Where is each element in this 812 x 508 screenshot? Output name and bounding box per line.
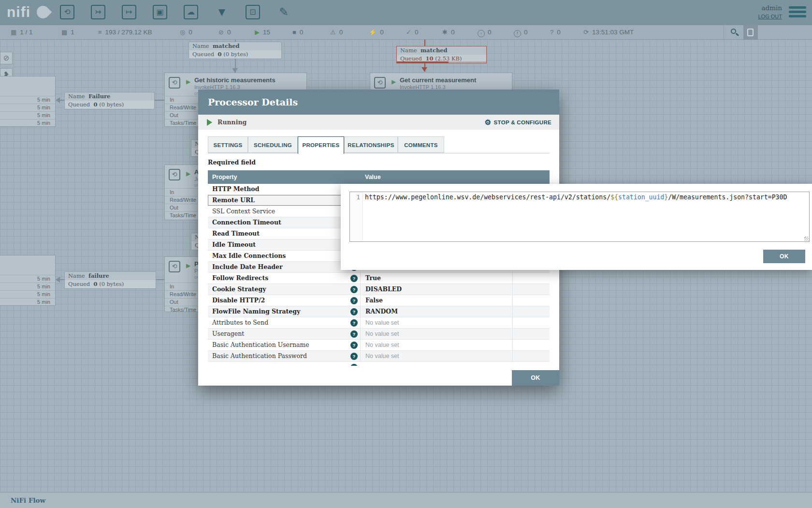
help-icon[interactable]: ? [350,286,358,293]
status-disabled: ⚡0 [369,25,384,40]
connection-name-label: Name [68,272,85,279]
funnel-icon[interactable]: ▼ [215,5,229,19]
property-value[interactable]: No value set [360,329,512,339]
status-value: 0 [557,29,561,36]
help-icon[interactable]: ? [350,297,358,304]
property-name: Follow Redirects [208,273,349,284]
refresh-icon: ⟳ [583,29,589,36]
running-icon: ▶ [186,262,190,269]
help-icon[interactable]: ? [350,342,358,349]
search-icon[interactable] [731,29,736,34]
property-name: Connection Timeout [208,217,349,228]
tab-relationships[interactable]: RELATIONSHIPS [344,136,398,153]
component-toolbar: ⟲ ↣ ↦ ▣ ☁ ▼ ⊡ ✎ [60,5,291,19]
stop-and-configure-button[interactable]: ⚙STOP & CONFIGURE [485,115,551,130]
status-threads: ▩1 [61,25,74,40]
connection-name-label: Name [192,43,209,49]
status-not-transmitting: ⊘0 [218,25,231,40]
locally-modified-icon: ✱ [442,29,448,36]
property-row[interactable]: Follow Redirects?True [208,273,550,284]
output-port-icon[interactable]: ↦ [122,5,136,19]
connection-label-matched-backpressure[interactable]: Name matched Queued 10 (2.53 KB) [396,46,487,63]
property-name: Attributes to Send [208,317,349,328]
dialog-status-row: Running ⚙STOP & CONFIGURE [198,115,559,130]
help-icon[interactable]: ? [350,330,358,338]
property-column-header: Property [212,170,237,184]
property-value[interactable]: No value set [360,340,512,350]
status-refresh[interactable]: ⟳13:51:03 GMT [583,25,634,40]
operate-panel-icon[interactable] [743,25,758,40]
dialog-ok-button[interactable]: OK [512,370,559,386]
status-up-to-date: ✓0 [406,25,418,40]
property-row[interactable]: ? [208,362,550,366]
process-group-icon[interactable]: ▣ [153,5,167,19]
no-entry-icon: ⊘ [0,52,13,64]
invokehttp-icon: ⟲ [169,77,180,89]
processor-offscreen-left[interactable]: 5 min 5 min 5 min 5 min [0,255,56,306]
value-editor-textarea[interactable]: 1 https://www.pegelonline.wsv.de/webserv… [349,192,810,242]
label-icon[interactable]: ✎ [276,5,291,19]
help-icon[interactable]: ? [350,353,358,360]
connection-queued-count: 0 [218,51,222,58]
connection-line [156,279,164,280]
help-icon[interactable]: ? [350,275,358,282]
status-divider [724,25,724,40]
cluster-icon: ▦ [11,29,16,36]
nifi-logo: nifi [7,4,30,20]
tab-settings[interactable]: SETTINGS [208,136,248,153]
property-value[interactable]: True [360,273,512,284]
property-value[interactable]: No value set [360,317,512,328]
property-row[interactable]: Basic Authentication Username?No value s… [208,340,550,351]
global-menu-icon[interactable] [789,6,806,19]
template-icon[interactable]: ⊡ [246,5,260,19]
input-port-icon[interactable]: ↣ [91,5,105,19]
help-icon[interactable]: ? [350,308,358,315]
connection-queued-label: Queued [68,101,90,108]
connection-queued-count: 10 [426,55,434,62]
connection-queued-size: (2.53 KB) [435,55,462,62]
connection-label-matched[interactable]: Name matched Queued 0 (0 bytes) [188,42,282,59]
queued-icon: ≡ [98,29,102,36]
property-name: HTTP Method [208,184,349,194]
processor-icon[interactable]: ⟲ [60,5,74,19]
stale-icon: ↑ [478,30,485,37]
stat-window: 5 min [0,298,55,306]
remote-process-group-icon[interactable]: ☁ [184,5,198,19]
property-value[interactable]: False [360,295,512,306]
property-row[interactable]: Cookie Strategy?DISABLED [208,284,550,295]
property-row[interactable]: Basic Authentication Password?No value s… [208,351,550,362]
help-icon[interactable]: ? [350,319,358,327]
value-editor-popup: 1 https://www.pegelonline.wsv.de/webserv… [341,184,812,270]
connection-name: Failure [88,93,110,100]
connection-name: matched [213,43,240,49]
connection-label-failure[interactable]: Name Failure Queued 0 (0 bytes) [64,92,155,109]
editor-ok-button[interactable]: OK [763,250,805,263]
sync-failure-icon: ? [550,29,553,36]
property-row-filler [512,306,550,317]
property-value[interactable]: DISABLED [360,284,512,295]
property-value[interactable]: No value set [360,351,512,361]
tab-scheduling[interactable]: SCHEDULING [248,136,298,153]
connection-name-label: Name [68,93,85,100]
connection-label-failure[interactable]: Name failure Queued 0 (0 bytes) [64,271,156,289]
property-row[interactable]: Attributes to Send?No value set [208,317,550,329]
property-row[interactable]: FlowFile Naming Strategy?RANDOM [208,306,550,317]
remote-url-value[interactable]: https://www.pegelonline.wsv.de/webservic… [363,192,809,241]
processor-offscreen-left[interactable]: 5 min 5 min 5 min 5 min [0,76,56,127]
logout-link[interactable]: LOG OUT [758,14,782,19]
tab-properties[interactable]: PROPERTIES [298,136,344,154]
stat-window: 5 min [0,119,55,127]
property-row[interactable]: Useragent?No value set [208,329,550,340]
property-name: SSL Context Service [208,206,349,217]
tab-comments[interactable]: COMMENTS [398,136,444,153]
property-row-filler [512,295,550,306]
connection-queued-size: (0 bytes) [99,281,124,287]
help-icon[interactable]: ? [350,364,358,366]
property-row[interactable]: Disable HTTP/2?False [208,295,550,306]
resize-handle-icon[interactable] [804,237,809,241]
property-value[interactable]: RANDOM [360,306,512,317]
line-number: 1 [350,192,363,241]
status-value: 0 [380,29,384,36]
property-name: Read Timeout [208,228,349,239]
breadcrumb[interactable]: NiFi Flow [11,496,45,504]
